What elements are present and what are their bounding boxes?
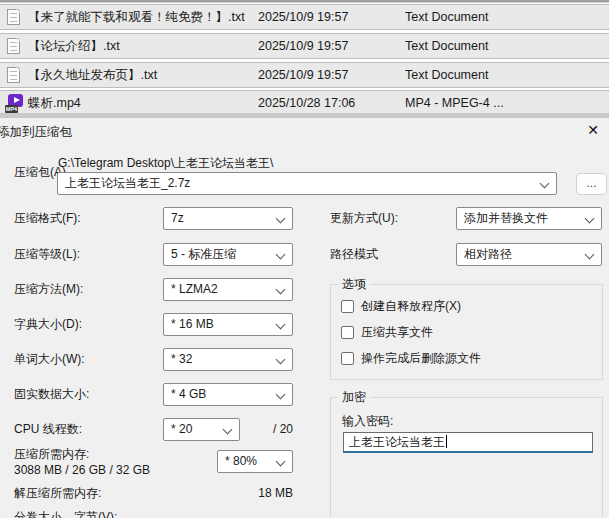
archive-name-combobox[interactable]: 上老王论坛当老王_2.7z xyxy=(57,172,557,195)
file-type: Text Document xyxy=(405,5,488,30)
file-name: 【来了就能下载和观看！纯免费！】.txt xyxy=(28,5,245,30)
word-size-label: 单词大小(W): xyxy=(14,352,85,367)
chevron-down-icon xyxy=(540,179,550,189)
solid-block-size-label: 固实数据大小: xyxy=(14,387,89,402)
chevron-down-icon xyxy=(276,214,286,224)
chevron-down-icon xyxy=(585,250,595,260)
create-sfx-checkbox[interactable] xyxy=(341,300,354,313)
chevron-down-icon xyxy=(276,250,286,260)
compress-memory-label: 压缩所需内存: xyxy=(14,447,89,462)
chevron-down-icon xyxy=(276,285,286,295)
browse-button[interactable]: ... xyxy=(576,173,607,195)
file-row[interactable]: 【来了就能下载和观看！纯免费！】.txt 2025/10/9 19:57 Tex… xyxy=(0,4,609,30)
options-group: 选项 创建自释放程序(X) 压缩共享文件 操作完成后删除源文件 xyxy=(330,284,603,380)
archive-name-value: 上老王论坛当老王_2.7z xyxy=(65,176,190,190)
archive-dir-path: G:\Telegram Desktop\上老王论坛当老王\ xyxy=(58,156,273,171)
update-mode-value: 添加并替换文件 xyxy=(464,211,548,225)
file-type: Text Document xyxy=(405,63,488,88)
create-sfx-label: 创建自释放程序(X) xyxy=(361,299,461,313)
dictionary-size-label: 字典大小(D): xyxy=(14,317,82,332)
decompress-memory-label: 解压缩所需内存: xyxy=(14,486,101,501)
cpu-threads-label: CPU 线程数: xyxy=(14,422,82,437)
chevron-down-icon xyxy=(223,425,233,435)
add-to-archive-dialog: 添加到压缩包 ✕ 压缩包(A) G:\Telegram Desktop\上老王论… xyxy=(0,118,609,518)
chevron-down-icon xyxy=(276,457,286,467)
text-file-icon xyxy=(7,67,20,83)
word-size-combobox[interactable]: * 32 xyxy=(163,348,293,371)
level-combobox[interactable]: 5 - 标准压缩 xyxy=(163,243,293,266)
format-label: 压缩格式(F): xyxy=(14,211,81,226)
memory-percent-combobox[interactable]: * 80% xyxy=(217,450,293,473)
cpu-threads-value: * 20 xyxy=(171,422,192,436)
level-label: 压缩等级(L): xyxy=(14,247,80,262)
file-type: Text Document xyxy=(405,34,488,59)
decompress-memory-value: 18 MB xyxy=(230,486,293,501)
text-file-icon xyxy=(7,9,20,25)
file-date: 2025/10/9 19:57 xyxy=(258,34,348,59)
password-input[interactable]: 上老王论坛当老王 xyxy=(343,432,593,453)
cpu-threads-max: / 20 xyxy=(260,422,293,437)
update-mode-combobox[interactable]: 添加并替换文件 xyxy=(456,207,602,230)
path-mode-label: 路径模式 xyxy=(330,247,378,262)
password-value: 上老王论坛当老王 xyxy=(349,435,445,449)
compress-shared-files-label: 压缩共享文件 xyxy=(361,325,433,339)
text-file-icon xyxy=(7,38,20,54)
file-name: 【永久地址发布页】.txt xyxy=(28,63,157,88)
dialog-title: 添加到压缩包 xyxy=(0,124,72,141)
encryption-group: 加密 输入密码: 上老王论坛当老王 xyxy=(330,397,603,518)
method-label: 压缩方法(M): xyxy=(14,282,83,297)
file-row[interactable]: MP4 蝶析.mp4 2025/10/28 17:06 MP4 - MPEG-4… xyxy=(0,90,609,114)
password-label: 输入密码: xyxy=(342,414,393,429)
solid-block-size-value: * 4 GB xyxy=(171,387,206,401)
text-caret xyxy=(446,435,447,448)
method-combobox[interactable]: * LZMA2 xyxy=(163,278,293,301)
update-mode-label: 更新方式(U): xyxy=(330,211,398,226)
options-group-legend: 选项 xyxy=(338,277,370,292)
compress-shared-files-checkbox[interactable] xyxy=(341,326,354,339)
cpu-threads-combobox[interactable]: * 20 xyxy=(163,418,240,441)
file-row[interactable]: 【论坛介绍】.txt 2025/10/9 19:57 Text Document xyxy=(0,33,609,59)
delete-after-compression-checkbox[interactable] xyxy=(341,352,354,365)
path-mode-combobox[interactable]: 相对路径 xyxy=(456,243,602,266)
chevron-down-icon xyxy=(276,390,286,400)
level-value: 5 - 标准压缩 xyxy=(171,247,236,261)
solid-block-size-combobox[interactable]: * 4 GB xyxy=(163,383,293,406)
format-value: 7z xyxy=(171,211,184,225)
file-date: 2025/10/9 19:57 xyxy=(258,5,348,30)
encryption-group-legend: 加密 xyxy=(338,390,370,405)
dictionary-size-combobox[interactable]: * 16 MB xyxy=(163,313,293,336)
mp4-file-icon: MP4 xyxy=(5,94,24,113)
split-volume-label: 分卷大小，字节(V): xyxy=(14,510,117,518)
chevron-down-icon xyxy=(585,214,595,224)
memory-percent-value: * 80% xyxy=(225,454,257,468)
file-name: 【论坛介绍】.txt xyxy=(28,34,120,59)
dictionary-size-value: * 16 MB xyxy=(171,317,214,331)
file-row[interactable]: 【永久地址发布页】.txt 2025/10/9 19:57 Text Docum… xyxy=(0,62,609,88)
file-date: 2025/10/9 19:57 xyxy=(258,63,348,88)
format-combobox[interactable]: 7z xyxy=(163,207,293,230)
delete-after-compression-label: 操作完成后删除源文件 xyxy=(361,351,481,365)
close-icon[interactable]: ✕ xyxy=(582,120,604,140)
word-size-value: * 32 xyxy=(171,352,192,366)
window-top-edge-highlight xyxy=(0,2,609,3)
path-mode-value: 相对路径 xyxy=(464,247,512,261)
method-value: * LZMA2 xyxy=(171,282,218,296)
compress-memory-value: 3088 MB / 26 GB / 32 GB xyxy=(14,463,150,478)
chevron-down-icon xyxy=(276,320,286,330)
chevron-down-icon xyxy=(276,355,286,365)
